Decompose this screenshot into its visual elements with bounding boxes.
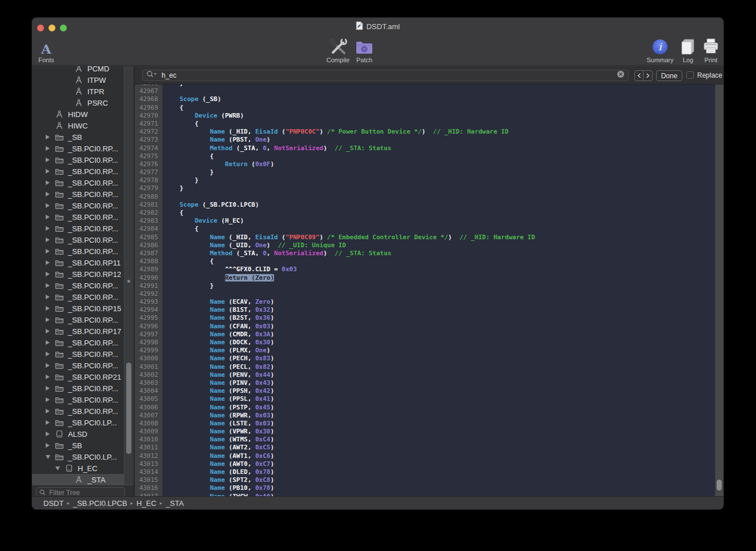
done-button[interactable]: Done: [656, 70, 682, 81]
tree-item-_sbpci0rp[interactable]: _SB.PCI0.RP...: [32, 154, 134, 166]
disclosure-collapsed-icon[interactable]: [46, 203, 55, 208]
tree-item-label: _STA: [87, 476, 106, 484]
folder-icon: [55, 133, 64, 141]
tree-item-h_ec[interactable]: H_EC: [32, 462, 134, 474]
disclosure-collapsed-icon[interactable]: [46, 329, 55, 333]
tree-item-_sbpci0rp[interactable]: _SB.PCI0.RP...: [32, 394, 134, 405]
disclosure-collapsed-icon[interactable]: [46, 409, 55, 413]
disclosure-collapsed-icon[interactable]: [46, 169, 55, 174]
code-editor[interactable]: 42966 }4296742968 Scope (_SB)42969 {4297…: [135, 85, 723, 496]
tree-item-_sbpci0rp17[interactable]: _SB.PCI0.RP17: [32, 325, 134, 337]
disclosure-collapsed-icon[interactable]: [46, 272, 55, 276]
breadcrumb-separator: ▸: [131, 500, 134, 506]
tree-item-_sbpci0rp[interactable]: _SB.PCI0.RP...: [32, 246, 134, 257]
disclosure-collapsed-icon[interactable]: [46, 363, 55, 368]
disclosure-collapsed-icon[interactable]: [46, 352, 55, 356]
breadcrumb-part[interactable]: _SB.PCI0.LPCB: [73, 499, 127, 508]
print-button[interactable]: Print: [693, 36, 724, 63]
tree-item-_sb[interactable]: _SB: [32, 440, 134, 451]
breadcrumb-part[interactable]: H_EC: [136, 499, 156, 508]
tree-item-alsd[interactable]: ALSD: [32, 428, 134, 440]
disclosure-collapsed-icon[interactable]: [46, 192, 55, 196]
disclosure-collapsed-icon[interactable]: [46, 432, 55, 436]
disclosure-collapsed-icon[interactable]: [46, 283, 55, 288]
breadcrumb-part[interactable]: DSDT: [43, 499, 63, 508]
zoom-button[interactable]: [60, 25, 67, 31]
tree-item-_sbpci0rp[interactable]: _SB.PCI0.RP...: [32, 200, 134, 211]
disclosure-collapsed-icon[interactable]: [46, 306, 55, 311]
tree-item-_sbpci0rp[interactable]: _SB.PCI0.RP...: [32, 166, 134, 177]
disclosure-collapsed-icon[interactable]: [46, 420, 55, 425]
tree-item-psrc[interactable]: PSRC: [32, 97, 134, 108]
line-number: 42993: [135, 298, 160, 306]
tree-item-_sbpci0rp[interactable]: _SB.PCI0.RP...: [32, 223, 134, 234]
disclosure-collapsed-icon[interactable]: [46, 226, 55, 231]
tree-item-_sbpci0rp21[interactable]: _SB.PCI0.RP21: [32, 371, 134, 383]
line-text: Name (PECL, 0x82): [160, 363, 274, 371]
fonts-button[interactable]: A Fonts: [31, 36, 65, 63]
line-text: {: [160, 152, 214, 160]
disclosure-expanded-icon[interactable]: [55, 466, 65, 470]
disclosure-collapsed-icon[interactable]: [46, 375, 55, 379]
tree-item-_sbpci0rp[interactable]: _SB.PCI0.RP...: [32, 177, 134, 188]
tree-item-_sbpci0rp[interactable]: _SB.PCI0.RP...: [32, 280, 134, 291]
tree-item-_sbpci0rp[interactable]: _SB.PCI0.RP...: [32, 211, 134, 223]
disclosure-collapsed-icon[interactable]: [46, 215, 55, 219]
replace-checkbox[interactable]: [686, 71, 694, 79]
sidebar-scrollbar-thumb[interactable]: [126, 363, 131, 454]
patch-button[interactable]: Patch: [346, 36, 383, 63]
breadcrumb-part[interactable]: _STA: [166, 499, 184, 508]
disclosure-collapsed-icon[interactable]: [46, 158, 55, 162]
find-field[interactable]: [142, 70, 629, 81]
clear-search-icon[interactable]: [617, 70, 625, 81]
tree-item-_sbpci0rp[interactable]: _SB.PCI0.RP...: [32, 234, 134, 246]
find-input[interactable]: [160, 71, 614, 80]
tree-item-_sbpci0rp[interactable]: _SB.PCI0.RP...: [32, 348, 134, 360]
disclosure-collapsed-icon[interactable]: [46, 386, 55, 391]
tree-item-_sbpci0rp11[interactable]: _SB.PCI0.RP11: [32, 257, 134, 268]
disclosure-collapsed-icon[interactable]: [46, 340, 55, 345]
disclosure-collapsed-icon[interactable]: [46, 249, 55, 254]
disclosure-collapsed-icon[interactable]: [46, 260, 55, 265]
search-menu-icon[interactable]: [146, 70, 158, 81]
tree-item-hiwc[interactable]: HIWC: [32, 120, 134, 131]
tree-item-_sbpci0rp[interactable]: _SB.PCI0.RP...: [32, 314, 134, 325]
tree-item-_sta[interactable]: _STA: [32, 474, 134, 485]
find-previous-button[interactable]: [635, 71, 644, 81]
disclosure-collapsed-icon[interactable]: [46, 180, 55, 185]
disclosure-expanded-icon[interactable]: [46, 455, 55, 459]
code-line: 42967: [135, 87, 715, 95]
tree-item-_sbpci0rp[interactable]: _SB.PCI0.RP...: [32, 143, 134, 154]
disclosure-collapsed-icon[interactable]: [46, 238, 55, 242]
filter-tree-input[interactable]: [48, 488, 116, 497]
tree-item-_sbpci0lp[interactable]: _SB.PCI0.LP...: [32, 451, 134, 462]
minimize-button[interactable]: [49, 25, 55, 31]
editor-scrollbar-thumb[interactable]: [717, 480, 722, 490]
tree-item-_sb[interactable]: _SB: [32, 131, 134, 143]
tree-item-_sbpci0rp[interactable]: _SB.PCI0.RP...: [32, 291, 134, 303]
tree-item-_sbpci0rp[interactable]: _SB.PCI0.RP...: [32, 383, 134, 394]
tree-item-_sbpci0rp12[interactable]: _SB.PCI0.RP12: [32, 268, 134, 280]
find-next-button[interactable]: [644, 71, 652, 81]
tree-item-_sbpci0rp[interactable]: _SB.PCI0.RP...: [32, 405, 134, 417]
disclosure-collapsed-icon[interactable]: [46, 397, 55, 402]
editor-scrollbar-track[interactable]: [715, 85, 723, 496]
folder-icon: [55, 327, 64, 335]
disclosure-collapsed-icon[interactable]: [46, 443, 55, 448]
code-line: 42992: [135, 290, 715, 298]
disclosure-collapsed-icon[interactable]: [46, 317, 55, 322]
disclosure-collapsed-icon[interactable]: [46, 146, 55, 151]
tree-item-_sbpci0rp[interactable]: _SB.PCI0.RP...: [32, 188, 134, 200]
tree-item-_sbpci0rp[interactable]: _SB.PCI0.RP...: [32, 360, 134, 371]
tree-item-_sbpci0lp[interactable]: _SB.PCI0.LP...: [32, 417, 134, 428]
tree-item-hidw[interactable]: HIDW: [32, 108, 134, 120]
tree-item-itpw[interactable]: ITPW: [32, 74, 134, 86]
filter-tree-field[interactable]: [36, 487, 125, 496]
tree-item-itpr[interactable]: ITPR: [32, 86, 134, 97]
tree-item-pcmd[interactable]: PCMD: [32, 66, 134, 74]
tree-item-_sbpci0rp[interactable]: _SB.PCI0.RP...: [32, 337, 134, 348]
tree-item-_sbpci0rp15[interactable]: _SB.PCI0.RP15: [32, 303, 134, 314]
close-button[interactable]: [37, 25, 44, 31]
disclosure-collapsed-icon[interactable]: [46, 295, 55, 299]
disclosure-collapsed-icon[interactable]: [46, 135, 55, 139]
